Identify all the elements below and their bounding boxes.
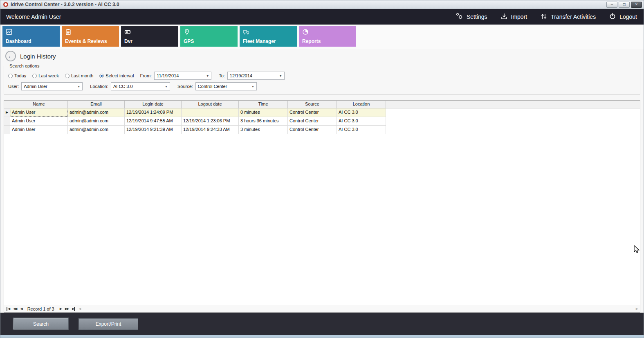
- close-button[interactable]: ×: [631, 2, 642, 8]
- cell-login-date[interactable]: 12/19/2014 9:21:39 AM: [125, 126, 182, 134]
- footer-bar: Search Export/Print: [0, 313, 644, 335]
- import-label: Import: [511, 14, 527, 20]
- back-button[interactable]: ←: [5, 51, 16, 61]
- to-label: To:: [219, 73, 225, 78]
- location-combo[interactable]: AI CC 3.0 ▼: [111, 82, 170, 90]
- user-value: Admin User: [22, 84, 75, 89]
- map-pin-icon: [184, 29, 190, 35]
- cell-logout-date[interactable]: 12/19/2014 9:24:33 AM: [182, 126, 239, 134]
- tile-label: Reports: [302, 38, 321, 44]
- titlebar: Idrive Control Center - 3.0.2 version - …: [0, 0, 644, 9]
- cell-source[interactable]: Control Center: [288, 117, 337, 126]
- nav-first-button[interactable]: ◀: [7, 307, 9, 311]
- cell-name[interactable]: Admin User: [10, 117, 68, 126]
- nav-tiles: Dashboard Events & Reviews Dvr GPS Fleet…: [0, 25, 644, 49]
- scroll-left-button[interactable]: ◀: [79, 307, 80, 311]
- cell-email[interactable]: admin@admin.com: [68, 117, 125, 126]
- row-indicator: [4, 126, 10, 134]
- column-header-logout-date[interactable]: Logout date: [182, 101, 239, 108]
- tile-gps[interactable]: GPS: [180, 26, 238, 47]
- minimize-button[interactable]: –: [606, 2, 617, 8]
- column-header-time[interactable]: Time: [239, 101, 288, 108]
- tile-events-reviews[interactable]: Events & Reviews: [62, 26, 119, 47]
- nav-next-page-button[interactable]: ▶▶: [65, 307, 68, 311]
- transfer-arrows-icon: [540, 13, 548, 21]
- cell-login-date[interactable]: 12/19/2014 9:47:55 AM: [125, 117, 182, 126]
- radio-last-week[interactable]: Last week: [32, 73, 59, 78]
- column-header-source[interactable]: Source: [288, 101, 337, 108]
- cell-logout-date[interactable]: [182, 108, 239, 117]
- settings-label: Settings: [467, 14, 487, 20]
- column-header-email[interactable]: Email: [68, 101, 125, 108]
- nav-last-button[interactable]: ▶: [72, 307, 75, 311]
- table-row[interactable]: ▶ Admin User admin@admin.com 12/19/2014 …: [4, 108, 640, 117]
- column-header-login-date[interactable]: Login date: [125, 101, 182, 108]
- transfer-activities-label: Transfer Activities: [551, 14, 596, 20]
- topbar: Welcome Admin User Settings Import Trans…: [0, 9, 644, 25]
- app-icon: [3, 2, 8, 7]
- topbar-actions: Settings Import Transfer Activities Logo…: [456, 12, 637, 21]
- tile-fleet-manager[interactable]: Fleet Manager: [240, 26, 297, 47]
- nav-prev-button[interactable]: ◀: [20, 307, 22, 311]
- page-header: ← Login History: [0, 49, 644, 63]
- cell-email[interactable]: admin@admin.com: [68, 126, 125, 134]
- gears-icon: [456, 12, 463, 21]
- cell-logout-date[interactable]: 12/19/2014 1:23:06 PM: [182, 117, 239, 126]
- logout-label: Logout: [619, 14, 637, 20]
- cell-source[interactable]: Control Center: [288, 126, 337, 134]
- cell-location[interactable]: AI CC 3.0: [337, 117, 386, 126]
- to-date-combo[interactable]: 12/19/2014 ▼: [227, 72, 285, 80]
- window-controls: – □ ×: [606, 2, 642, 8]
- scroll-right-button[interactable]: ▶: [636, 307, 637, 311]
- radio-label: Last month: [71, 73, 93, 78]
- user-combo[interactable]: Admin User ▼: [21, 82, 83, 90]
- tile-label: GPS: [184, 38, 194, 44]
- column-header-location[interactable]: Location: [337, 101, 386, 108]
- radio-label: Today: [14, 73, 26, 78]
- cell-login-date[interactable]: 12/19/2014 1:24:09 PM: [125, 108, 182, 117]
- chevron-down-icon: ▼: [163, 85, 170, 88]
- maximize-button[interactable]: □: [619, 2, 630, 8]
- cell-name[interactable]: Admin User: [10, 126, 68, 134]
- logout-button[interactable]: Logout: [609, 13, 637, 21]
- column-header-name[interactable]: Name: [10, 101, 68, 108]
- radio-select-interval[interactable]: Select interval: [99, 73, 134, 78]
- cell-location[interactable]: AI CC 3.0: [337, 126, 386, 134]
- tile-dvr[interactable]: Dvr: [121, 26, 178, 47]
- interval-row: Today Last week Last month Select interv…: [8, 72, 636, 80]
- search-button[interactable]: Search: [13, 318, 69, 330]
- table-row[interactable]: Admin User admin@admin.com 12/19/2014 9:…: [4, 117, 640, 126]
- from-date-value: 11/19/2014: [155, 73, 204, 78]
- tile-label: Fleet Manager: [243, 38, 276, 44]
- radio-circle: [99, 74, 104, 78]
- power-icon: [609, 13, 616, 21]
- cell-time[interactable]: 3 minutes: [239, 126, 288, 134]
- tile-reports[interactable]: Reports: [299, 26, 356, 47]
- tile-dashboard[interactable]: Dashboard: [2, 26, 60, 47]
- radio-circle: [65, 74, 70, 78]
- tile-label: Events & Reviews: [65, 38, 107, 44]
- export-print-button[interactable]: Export/Print: [79, 318, 138, 330]
- cell-name[interactable]: Admin User: [10, 108, 68, 117]
- nav-next-button[interactable]: ▶: [60, 307, 61, 311]
- radio-label: Select interval: [105, 73, 134, 78]
- chevron-down-icon: ▼: [75, 85, 82, 88]
- radio-today[interactable]: Today: [8, 73, 26, 78]
- dvr-icon: [124, 29, 131, 35]
- pie-chart-icon: [302, 29, 309, 35]
- table-row[interactable]: Admin User admin@admin.com 12/19/2014 9:…: [4, 126, 640, 134]
- cell-time[interactable]: 3 hours 36 minutes: [239, 117, 288, 126]
- settings-button[interactable]: Settings: [456, 12, 487, 21]
- cell-email[interactable]: admin@admin.com: [68, 108, 125, 117]
- from-date-combo[interactable]: 11/19/2014 ▼: [154, 72, 211, 80]
- cell-location[interactable]: AI CC 3.0: [337, 108, 386, 117]
- radio-last-month[interactable]: Last month: [65, 73, 93, 78]
- nav-prev-page-button[interactable]: ◀◀: [13, 307, 16, 311]
- cell-source[interactable]: Control Center: [288, 108, 337, 117]
- cell-time[interactable]: 0 minutes: [239, 108, 288, 117]
- source-combo[interactable]: Control Center ▼: [195, 82, 257, 90]
- transfer-activities-button[interactable]: Transfer Activities: [540, 13, 596, 21]
- line-chart-icon: [6, 29, 12, 35]
- import-button[interactable]: Import: [500, 13, 527, 21]
- window-title: Idrive Control Center - 3.0.2 version - …: [11, 2, 119, 7]
